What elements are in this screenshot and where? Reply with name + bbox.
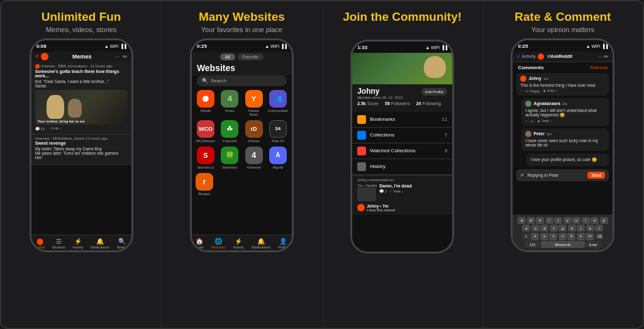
key-enter[interactable]: Enter: [586, 241, 601, 248]
website-ruqqus[interactable]: r Ruqqus: [196, 173, 213, 196]
website-stone[interactable]: 🍀 Stonefoss: [219, 147, 240, 169]
p2-tab-favorite[interactable]: Favorite: [238, 53, 264, 60]
nav-reddit[interactable]: ⬤ Reddit: [35, 238, 45, 249]
p4-back-button[interactable]: <: [516, 53, 519, 60]
reddit-icon-small: [41, 53, 48, 60]
p2-nav-websites[interactable]: 🌐 Websites: [211, 238, 226, 249]
menu-collections[interactable]: Collections 7: [352, 128, 452, 143]
key-b[interactable]: b: [567, 233, 575, 240]
p3-activity-sub: 7m • Reddit: [357, 184, 377, 187]
key-v[interactable]: v: [558, 233, 567, 240]
key-f[interactable]: f: [550, 225, 558, 231]
nav-notifications[interactable]: 🔔 Notifications: [91, 238, 109, 249]
p2-nav-notifications[interactable]: 🔔 Notifications: [252, 238, 270, 249]
nav-activity[interactable]: ⚡ Activity: [72, 238, 83, 249]
p4-c1-reply[interactable]: ↩ Reply: [526, 89, 540, 93]
key-x[interactable]: x: [540, 233, 548, 240]
p4-send-button[interactable]: Send: [587, 172, 605, 179]
status-time-4: 0:25: [518, 43, 528, 49]
edit-profile-button[interactable]: Edit Profile: [421, 88, 447, 96]
key-j[interactable]: j: [577, 225, 585, 231]
p4-avatar3: [525, 131, 531, 137]
algolia-icon: A: [269, 147, 287, 164]
key-u[interactable]: u: [572, 217, 580, 224]
website-communities[interactable]: 👥 Communities: [268, 90, 288, 116]
menu-history[interactable]: History: [352, 159, 452, 175]
p4-reply-close[interactable]: ✕: [520, 172, 525, 178]
p1-post2-text: My sister: Takes away my Game Boy Me yea…: [35, 147, 128, 160]
key-c[interactable]: c: [549, 233, 557, 240]
p4-more-button[interactable]: ··· ✏: [597, 53, 609, 60]
key-z[interactable]: z: [531, 233, 539, 240]
p4-comment2-actions: ··· ↩ ▲ Vote ↓: [525, 119, 605, 123]
key-r[interactable]: r: [545, 217, 553, 224]
p4-c2-vote[interactable]: ▲ Vote ↓: [536, 119, 552, 123]
website-hackernews[interactable]: Y Hacker News: [243, 90, 264, 116]
p3-profile-area: Johny Member since 26. 12. 2021 Edit Pro…: [352, 84, 452, 112]
collection-icon: [357, 131, 366, 140]
phone-frame-2: 0:25 ▲ WiFi ▐▐ All Favorite Websites 🔍 S…: [190, 38, 294, 252]
key-m[interactable]: m: [586, 233, 594, 240]
key-n[interactable]: n: [577, 233, 585, 240]
reddit-icon: [197, 90, 214, 108]
p4-c2-reply[interactable]: ↩: [531, 119, 534, 123]
websites-icon: 🌐: [214, 238, 222, 245]
key-q[interactable]: q: [518, 217, 526, 224]
key-s[interactable]: s: [531, 225, 540, 231]
website-4chan[interactable]: 4 4chan: [219, 90, 240, 116]
p2-nav-feed[interactable]: 🏠 Feed: [196, 238, 204, 249]
key-numbers[interactable]: 123: [525, 241, 540, 248]
p1-post1-text: Kid: "Dear Santa, I want a little brothe…: [35, 79, 128, 88]
nav-sections[interactable]: ☰ Sections: [52, 238, 65, 249]
panel-many-websites: Many Websites Your favorites in one plac…: [162, 1, 322, 328]
p4-c1-more[interactable]: ···: [520, 89, 523, 92]
website-4channel[interactable]: 4 4channel: [243, 147, 264, 169]
key-o[interactable]: o: [591, 217, 599, 224]
p2-search-bar[interactable]: 🔍 Search: [197, 75, 287, 86]
p4-c1-vote[interactable]: ▲ Vote ↓: [542, 89, 557, 92]
key-l[interactable]: l: [595, 225, 603, 231]
website-reddit-label: Reddit: [201, 109, 211, 113]
website-wco-label: WCOforever: [196, 139, 216, 143]
notch-1: [62, 40, 100, 49]
status-icons-4: ▲ WiFi ▐▐: [586, 44, 608, 48]
website-wco[interactable]: WCO WCOforever: [196, 120, 216, 143]
website-seznam[interactable]: S Seznam.cz: [196, 147, 216, 169]
key-e[interactable]: e: [536, 217, 544, 224]
p2-tab-all[interactable]: All: [220, 53, 235, 60]
key-shift[interactable]: ⇧: [522, 233, 530, 240]
key-delete[interactable]: ⌫: [595, 233, 604, 240]
p1-back-icon[interactable]: <: [35, 53, 39, 60]
menu-bookmarks[interactable]: Bookmarks 11: [352, 112, 452, 128]
website-communities-label: Communities: [268, 109, 288, 113]
p4-refresh-button[interactable]: Refresh: [590, 65, 608, 70]
key-space[interactable]: Mezerník: [541, 241, 585, 248]
key-a[interactable]: a: [522, 225, 530, 231]
key-w[interactable]: w: [527, 217, 535, 224]
p4-comment3-meta: 1m: [547, 132, 552, 136]
website-rule34[interactable]: 34 Rule 34: [268, 120, 288, 143]
key-t[interactable]: t: [554, 217, 562, 224]
p1-more-icon[interactable]: ···: [115, 53, 120, 60]
p3-profile-cover: [352, 53, 452, 84]
keyboard-row-3: ⇧ z x c v b n m ⌫: [514, 233, 611, 240]
menu-watched-collections[interactable]: Watched Collections 3: [352, 143, 452, 159]
p2-nav-activity[interactable]: ⚡ Activity: [233, 238, 243, 249]
nav-search[interactable]: 🔍 Search: [116, 238, 127, 249]
4channel-icon: 4: [245, 147, 263, 164]
p1-compose-icon[interactable]: ✏: [123, 53, 128, 60]
p2-nav-profile[interactable]: 👤 Profile: [278, 238, 288, 249]
key-g[interactable]: g: [558, 225, 567, 231]
website-reddit[interactable]: Reddit: [196, 90, 216, 116]
p4-c2-more[interactable]: ···: [525, 119, 528, 123]
key-h[interactable]: h: [568, 225, 576, 231]
key-k[interactable]: k: [586, 225, 594, 231]
website-algolia[interactable]: A Algolia: [268, 147, 288, 169]
key-i[interactable]: i: [582, 217, 590, 224]
key-d[interactable]: d: [540, 225, 548, 231]
key-p[interactable]: p: [600, 217, 608, 224]
search-nav-icon: 🔍: [118, 238, 126, 245]
website-crazy[interactable]: ☘ Crazyshit: [219, 120, 240, 143]
key-y[interactable]: y: [564, 217, 572, 224]
website-rdrama[interactable]: rD rDrama: [243, 120, 264, 143]
